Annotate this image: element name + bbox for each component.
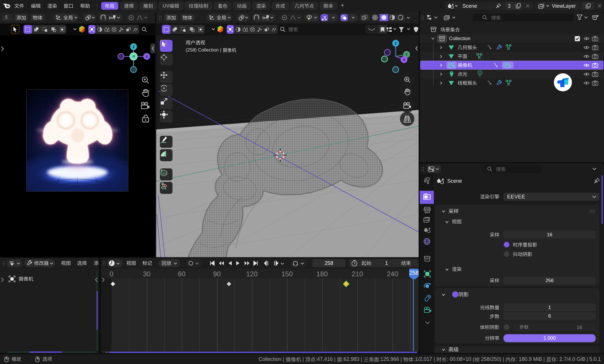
- svg-text:Z: Z: [395, 41, 397, 46]
- svg-text:X: X: [146, 54, 148, 59]
- svg-text:Z: Z: [132, 45, 135, 49]
- svg-text:X: X: [403, 58, 405, 62]
- svg-text:-Y: -Y: [132, 55, 135, 59]
- svg-text:Y: Y: [405, 52, 408, 57]
